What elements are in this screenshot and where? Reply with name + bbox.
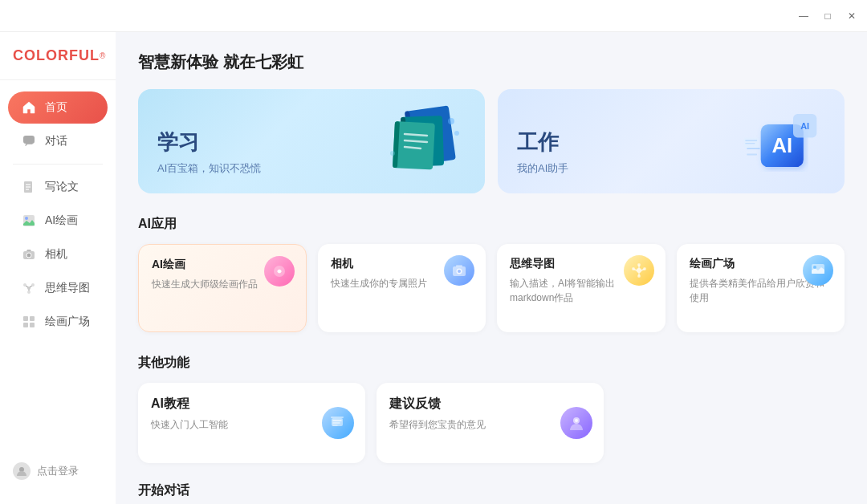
main-content: 智慧新体验 就在七彩虹 学习 AI百宝箱，知识不恐慌 xyxy=(116,32,867,504)
svg-point-33 xyxy=(454,131,459,136)
gallery-icon xyxy=(21,314,37,330)
svg-point-58 xyxy=(643,267,646,270)
other-card-tutorial[interactable]: AI教程 快速入门人工智能 xyxy=(138,383,365,463)
nav-divider-1 xyxy=(13,164,103,165)
title-bar: — □ ✕ xyxy=(0,0,867,32)
svg-point-60 xyxy=(813,266,816,269)
svg-point-34 xyxy=(390,151,395,156)
sidebar-item-ai-draw[interactable]: AI绘画 xyxy=(8,205,108,237)
hero-card-study[interactable]: 学习 AI百宝箱，知识不恐慌 xyxy=(138,89,485,193)
svg-rect-19 xyxy=(30,323,35,327)
sidebar-item-gallery-label: 绘画广场 xyxy=(45,315,90,329)
svg-point-45 xyxy=(278,270,281,273)
hero-card-work[interactable]: 工作 我的AI助手 AI AI xyxy=(498,89,845,193)
app-card-mindmap[interactable]: 思维导图 输入描述，AI将智能输出markdown作品 xyxy=(497,244,666,332)
app-card-ai-drawing[interactable]: AI绘画 快速生成大师级绘画作品 xyxy=(138,244,307,332)
svg-point-32 xyxy=(448,118,454,124)
svg-rect-41 xyxy=(744,137,759,148)
essay-icon xyxy=(21,179,37,195)
sidebar-nav: 首页 对话 xyxy=(0,80,116,454)
svg-point-57 xyxy=(632,267,635,270)
sidebar: COLORFUL® 首页 对话 xyxy=(0,32,116,504)
svg-point-48 xyxy=(458,270,461,273)
maximize-button[interactable]: □ xyxy=(822,10,833,22)
gallery-app-icon xyxy=(803,255,833,286)
svg-point-14 xyxy=(31,283,35,287)
app-container: COLORFUL® 首页 对话 xyxy=(0,32,867,504)
tutorial-icon xyxy=(322,407,354,439)
ai-apps-section-title: AI应用 xyxy=(138,216,845,233)
chat-section-title: 开始对话 xyxy=(138,482,845,499)
sidebar-item-ai-draw-label: AI绘画 xyxy=(45,213,78,228)
svg-rect-62 xyxy=(331,417,344,418)
sidebar-item-essay[interactable]: 写论文 xyxy=(8,171,108,203)
svg-point-13 xyxy=(23,283,26,287)
svg-point-15 xyxy=(27,291,31,294)
mindmap-icon xyxy=(21,280,37,296)
close-button[interactable]: ✕ xyxy=(846,10,857,22)
chat-section: 开始对话 xyxy=(138,482,845,504)
ai-apps-grid: AI绘画 快速生成大师级绘画作品 相机 快速生成你的专属照片 xyxy=(138,244,845,332)
app-card-gallery[interactable]: 绘画广场 提供各类精美作品给用户欣赏和使用 xyxy=(677,244,845,332)
sidebar-item-camera-label: 相机 xyxy=(45,247,67,262)
svg-point-50 xyxy=(637,268,641,273)
svg-text:AI: AI xyxy=(800,121,809,131)
sidebar-item-chat-label: 对话 xyxy=(45,134,67,148)
sidebar-item-mindmap-label: 思维导图 xyxy=(45,281,90,295)
other-card-feedback[interactable]: 建议反馈 希望得到您宝贵的意见 xyxy=(377,383,604,463)
minimize-button[interactable]: — xyxy=(798,10,809,22)
sidebar-item-essay-label: 写论文 xyxy=(45,180,79,194)
study-illustration xyxy=(381,105,469,177)
hero-cards: 学习 AI百宝箱，知识不恐慌 xyxy=(138,89,845,193)
sidebar-item-home-label: 首页 xyxy=(45,100,67,115)
other-card-tutorial-title: AI教程 xyxy=(151,396,352,413)
svg-rect-17 xyxy=(30,316,35,321)
svg-rect-0 xyxy=(23,136,35,144)
other-card-feedback-title: 建议反馈 xyxy=(389,396,591,413)
window-controls: — □ ✕ xyxy=(798,10,857,22)
home-icon xyxy=(21,100,37,116)
svg-rect-16 xyxy=(23,316,28,321)
work-illustration: AI AI xyxy=(740,105,828,177)
feedback-icon xyxy=(560,407,592,439)
paint-icon xyxy=(264,256,295,287)
app-card-camera[interactable]: 相机 快速生成你的专属照片 xyxy=(318,244,486,332)
other-section-title: 其他功能 xyxy=(138,355,845,372)
svg-point-12 xyxy=(27,287,31,290)
svg-rect-18 xyxy=(23,323,28,327)
svg-point-8 xyxy=(26,253,31,258)
login-label: 点击登录 xyxy=(37,464,79,478)
sidebar-logo: COLORFUL® xyxy=(0,32,116,80)
mindmap-app-icon xyxy=(624,255,654,286)
svg-rect-49 xyxy=(456,265,462,267)
page-title: 智慧新体验 就在七彩虹 xyxy=(138,51,845,73)
sidebar-item-camera[interactable]: 相机 xyxy=(8,238,108,270)
logo-text: COLORFUL xyxy=(13,47,100,64)
chat-icon xyxy=(21,133,37,149)
user-avatar-icon xyxy=(13,462,31,480)
sidebar-item-mindmap[interactable]: 思维导图 xyxy=(8,272,108,304)
logo-dot: ® xyxy=(100,51,105,60)
svg-text:AI: AI xyxy=(771,134,792,156)
svg-point-6 xyxy=(25,217,28,220)
svg-point-55 xyxy=(637,263,641,266)
ai-draw-icon xyxy=(21,213,37,229)
other-grid: AI教程 快速入门人工智能 建议反馈 希望得到您宝贵的意见 xyxy=(138,383,604,463)
svg-point-56 xyxy=(637,274,641,278)
camera-icon xyxy=(21,246,37,262)
sidebar-item-home[interactable]: 首页 xyxy=(8,91,108,124)
sidebar-item-gallery[interactable]: 绘画广场 xyxy=(8,306,108,338)
login-button[interactable]: 点击登录 xyxy=(0,454,116,488)
sidebar-item-chat[interactable]: 对话 xyxy=(8,125,108,157)
svg-point-67 xyxy=(575,419,578,422)
camera-app-icon xyxy=(444,255,474,286)
